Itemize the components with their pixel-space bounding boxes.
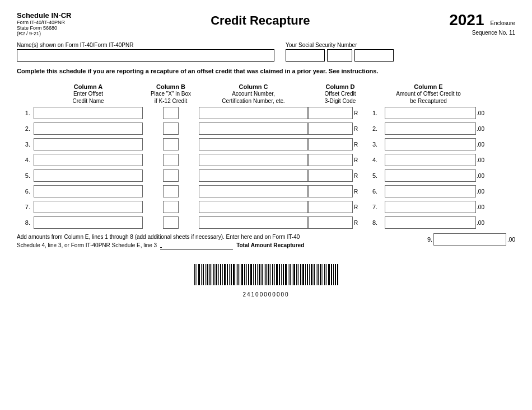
e-line-num-5: 5. (372, 172, 384, 179)
col-d-input-5[interactable]: R (308, 169, 372, 182)
col-d-header: Column D Offset Credit 3-Digit Code (308, 83, 372, 105)
col-a-input-7[interactable] (34, 201, 143, 213)
col-d-input-7[interactable]: R (308, 201, 372, 213)
col-a-header: Column A Enter Offset Credit Name (34, 83, 143, 105)
svg-rect-42 (285, 264, 287, 285)
svg-rect-53 (309, 264, 310, 285)
col-b-input-2[interactable] (143, 122, 199, 135)
svg-rect-45 (292, 264, 292, 285)
col-a-input-6[interactable] (34, 185, 143, 197)
svg-rect-23 (244, 264, 245, 285)
svg-rect-66 (337, 264, 338, 285)
name-section: Name(s) shown on Form IT-40/Form IT-40PN… (17, 42, 274, 62)
svg-rect-9 (213, 264, 214, 285)
e-line-num-8: 8. (372, 219, 384, 226)
e-amount-input-5[interactable] (385, 169, 476, 182)
col-b-input-7[interactable] (143, 201, 199, 213)
svg-rect-2 (198, 264, 200, 285)
svg-rect-12 (220, 264, 221, 285)
svg-rect-21 (240, 264, 240, 285)
col-c-input-2[interactable] (199, 122, 308, 135)
svg-rect-10 (216, 264, 217, 285)
col-c-input-1[interactable] (199, 107, 308, 119)
e-amount-input-4[interactable] (385, 154, 476, 166)
col-c-input-3[interactable] (199, 138, 308, 150)
col-b-input-6[interactable] (143, 185, 199, 197)
name-input[interactable] (17, 49, 274, 62)
col-a-input-4[interactable] (34, 154, 143, 166)
col-b-input-5[interactable] (143, 169, 199, 182)
svg-rect-51 (305, 264, 306, 285)
row-number-3: 3. (17, 141, 34, 148)
svg-rect-20 (237, 264, 239, 285)
svg-rect-0 (194, 264, 195, 285)
col-d-input-3[interactable]: R (308, 138, 372, 150)
e-amount-input-6[interactable] (385, 185, 476, 197)
svg-rect-28 (255, 264, 256, 285)
svg-rect-55 (314, 264, 315, 285)
name-label: Name(s) shown on Form IT-40/Form IT-40PN… (17, 42, 274, 48)
svg-rect-3 (201, 264, 202, 285)
svg-rect-49 (300, 264, 301, 285)
col-e-input-3: 3. .00 (372, 138, 484, 150)
ssn-part2[interactable] (327, 49, 352, 62)
col-b-input-1[interactable] (143, 107, 199, 119)
year-enclosure: 2021 Enclosure Sequence No. 11 (449, 11, 515, 36)
footer-line2: Schedule 4, line 3, or Form IT-40PNR Sch… (17, 242, 157, 249)
col-d-input-6[interactable]: R (308, 185, 372, 197)
form-line2: State Form 56680 (17, 25, 72, 31)
col-b-input-3[interactable] (143, 138, 199, 150)
e-line-num-1: 1. (372, 110, 384, 116)
svg-rect-24 (246, 264, 247, 285)
col-c-input-7[interactable] (199, 201, 308, 213)
e-amount-input-2[interactable] (385, 122, 476, 135)
row-number-8: 8. (17, 219, 34, 226)
ssn-section: Your Social Security Number (286, 42, 394, 62)
col-a-input-5[interactable] (34, 169, 143, 182)
e-amount-input-8[interactable] (385, 216, 476, 229)
r-label-2: R (354, 126, 358, 132)
svg-rect-34 (268, 264, 269, 285)
col-c-input-8[interactable] (199, 216, 308, 229)
col-b-input-4[interactable] (143, 154, 199, 166)
svg-rect-30 (259, 264, 260, 285)
svg-rect-4 (203, 264, 204, 285)
col-b-input-8[interactable] (143, 216, 199, 229)
table-row: 4. R 4. .00 (17, 154, 515, 166)
col-c-input-5[interactable] (199, 169, 308, 182)
footer-field: 9. .00 (427, 233, 515, 246)
col-d-input-2[interactable]: R (308, 122, 372, 135)
e-amount-input-1[interactable] (385, 107, 476, 119)
e-amount-input-7[interactable] (385, 201, 476, 213)
r-label-4: R (354, 157, 358, 163)
col-a-input-2[interactable] (34, 122, 143, 135)
svg-rect-46 (293, 264, 295, 285)
col-d-input-8[interactable]: R (308, 216, 372, 229)
col-c-header: Column C Account Number, Certification N… (199, 83, 308, 105)
e-line-num-3: 3. (372, 141, 384, 148)
e-cents-2: .00 (477, 126, 484, 132)
barcode-image (193, 263, 339, 288)
col-c-input-4[interactable] (199, 154, 308, 166)
r-label-1: R (354, 110, 358, 116)
col-a-input-8[interactable] (34, 216, 143, 229)
svg-rect-54 (311, 264, 312, 285)
svg-rect-26 (250, 264, 252, 285)
col-d-input-1[interactable]: R (308, 107, 372, 119)
svg-rect-43 (288, 264, 288, 285)
col-e-input-8: 8. .00 (372, 216, 484, 229)
ssn-part1[interactable] (286, 49, 325, 62)
footer-line-num: 9. (427, 236, 432, 243)
table-row: 7. R 7. .00 (17, 201, 515, 213)
col-a-input-1[interactable] (34, 107, 143, 119)
e-amount-input-3[interactable] (385, 138, 476, 150)
ssn-part3[interactable] (354, 49, 394, 62)
svg-rect-60 (324, 264, 325, 285)
footer-input[interactable] (433, 233, 506, 246)
col-d-input-4[interactable]: R (308, 154, 372, 166)
col-c-input-6[interactable] (199, 185, 308, 197)
page-header: Schedule IN-CR Form IT-40/IT-40PNR State… (17, 11, 515, 36)
svg-rect-6 (207, 264, 208, 285)
e-line-num-7: 7. (372, 204, 384, 210)
col-a-input-3[interactable] (34, 138, 143, 150)
